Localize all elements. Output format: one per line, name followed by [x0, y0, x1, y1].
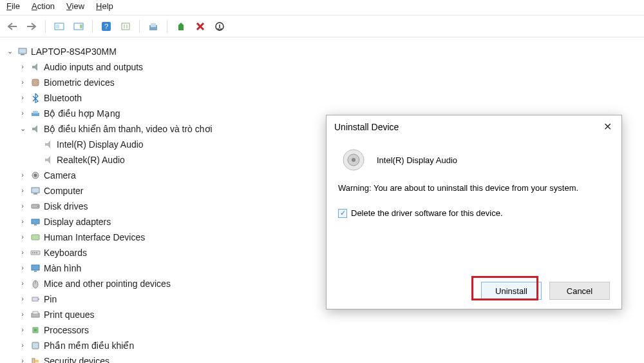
menu-file[interactable]: File: [6, 1, 20, 11]
menu-view[interactable]: View: [66, 1, 84, 11]
chevron-icon[interactable]: ›: [18, 310, 27, 319]
checkbox-label: Delete the driver software for this devi…: [351, 208, 503, 218]
toolbar-icon-2[interactable]: [71, 19, 86, 34]
device-category-icon: [30, 185, 41, 197]
uninstall-dialog: Uninstall Device ✕ Intel(R) Display Audi…: [326, 115, 622, 309]
update-driver-icon[interactable]: [174, 19, 188, 34]
svg-rect-17: [32, 188, 39, 193]
menu-help[interactable]: Help: [96, 1, 113, 11]
checkbox-icon: ✓: [338, 209, 347, 218]
chevron-icon[interactable]: ›: [18, 93, 27, 103]
svg-rect-29: [34, 271, 37, 272]
chevron-icon[interactable]: ›: [18, 264, 27, 273]
svg-point-45: [352, 158, 355, 162]
scan-icon[interactable]: [146, 19, 160, 34]
tree-item-label: Processors: [44, 323, 89, 337]
tree-item-label: Intel(R) Display Audio: [57, 137, 144, 152]
tree-item-label: Màn hình: [44, 261, 81, 275]
close-icon[interactable]: ✕: [601, 121, 614, 133]
chevron-icon[interactable]: ›: [18, 279, 27, 288]
device-category-icon: [30, 293, 41, 305]
tree-root-label: LAPTOP-8S4P30MM: [31, 44, 117, 59]
svg-rect-6: [122, 23, 129, 30]
svg-rect-12: [32, 79, 39, 86]
toolbar: ?: [0, 15, 644, 37]
svg-rect-25: [32, 252, 33, 253]
chevron-icon[interactable]: ›: [18, 171, 27, 180]
delete-driver-checkbox[interactable]: ✓ Delete the driver software for this de…: [338, 208, 610, 218]
dialog-device-name: Intel(R) Display Audio: [377, 155, 457, 165]
uninstall-icon[interactable]: [193, 19, 207, 34]
chevron-icon[interactable]: ›: [18, 186, 27, 195]
tree-item-label: Human Interface Devices: [44, 230, 145, 244]
tree-item[interactable]: ›Security devices: [5, 353, 639, 363]
svg-rect-10: [19, 48, 26, 54]
device-category-icon: [30, 309, 41, 320]
svg-rect-1: [56, 25, 59, 28]
svg-rect-40: [35, 360, 39, 362]
device-category-icon: [30, 170, 41, 181]
svg-rect-26: [34, 252, 35, 253]
tree-item[interactable]: ›Biometric devices: [5, 75, 639, 90]
tree-item[interactable]: ›Audio inputs and outputs: [5, 59, 639, 75]
tree-item[interactable]: ›Processors: [5, 322, 639, 338]
tree-item-label: Bluetooth: [44, 91, 82, 105]
svg-rect-23: [32, 235, 39, 240]
svg-rect-28: [32, 265, 39, 270]
device-category-icon: [30, 355, 41, 363]
chevron-down-icon[interactable]: ⌄: [5, 47, 14, 56]
chevron-icon[interactable]: ⌄: [18, 124, 27, 133]
cancel-button[interactable]: Cancel: [549, 282, 610, 300]
tree-item-label: Biometric devices: [44, 75, 115, 90]
toolbar-separator: [45, 20, 46, 33]
chevron-icon[interactable]: ›: [18, 217, 27, 226]
chevron-icon[interactable]: ›: [18, 341, 27, 350]
disable-icon[interactable]: [213, 19, 227, 34]
chevron-icon[interactable]: ›: [18, 233, 27, 242]
computer-icon: [17, 46, 28, 57]
svg-rect-32: [32, 297, 38, 301]
toolbar-separator: [92, 20, 93, 33]
chevron-icon[interactable]: ›: [18, 248, 27, 257]
device-category-icon: [30, 262, 41, 274]
tree-item-label: Keyboards: [44, 246, 87, 260]
svg-rect-11: [21, 54, 24, 55]
svg-rect-39: [32, 358, 35, 363]
forward-icon[interactable]: [24, 19, 39, 34]
menu-action[interactable]: Action: [32, 1, 55, 11]
tree-item-label: Computer: [44, 184, 83, 198]
tree-item-label: Display adapters: [44, 215, 111, 229]
show-hide-tree-icon[interactable]: [52, 19, 66, 34]
toolbar-separator: [167, 20, 167, 33]
device-category-icon: [30, 61, 41, 73]
menu-file-text: ile: [12, 1, 20, 11]
tree-item[interactable]: ›Bluetooth: [5, 90, 639, 106]
chevron-icon[interactable]: ›: [18, 357, 27, 363]
svg-point-16: [34, 174, 37, 177]
device-category-icon: [30, 201, 41, 212]
chevron-icon[interactable]: ›: [18, 109, 27, 118]
tree-item-label: Mice and other pointing devices: [44, 277, 171, 291]
svg-rect-18: [33, 193, 37, 195]
device-category-icon: [30, 278, 41, 289]
tree-item-label: Realtek(R) Audio: [57, 153, 125, 167]
device-category-icon: [30, 108, 41, 119]
audio-device-icon: [342, 148, 365, 172]
uninstall-button[interactable]: Uninstall: [481, 282, 542, 300]
tree-item[interactable]: ›Phần mềm điều khiển: [5, 338, 639, 353]
chevron-icon[interactable]: ›: [18, 63, 27, 72]
svg-rect-35: [33, 311, 38, 314]
device-category-icon: [30, 340, 41, 351]
svg-text:?: ?: [104, 23, 108, 30]
toolbar-icon-3[interactable]: [118, 19, 133, 34]
menu-view-text: iew: [72, 1, 85, 11]
tree-root[interactable]: ⌄ LAPTOP-8S4P30MM: [5, 44, 639, 59]
chevron-icon[interactable]: ›: [18, 326, 27, 335]
device-category-icon: [30, 216, 41, 228]
back-icon[interactable]: [5, 19, 19, 34]
chevron-icon[interactable]: ›: [18, 295, 27, 304]
chevron-icon[interactable]: ›: [18, 202, 27, 211]
chevron-icon[interactable]: ›: [18, 78, 27, 87]
help-icon[interactable]: ?: [99, 19, 113, 34]
menubar: File Action View Help: [0, 0, 644, 15]
